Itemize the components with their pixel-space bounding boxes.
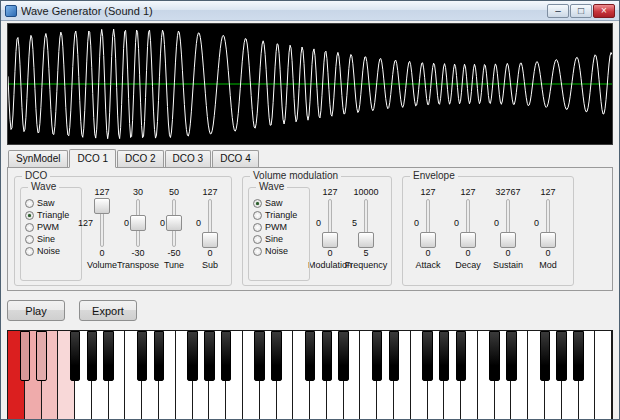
- slider-min-label: 0: [505, 248, 510, 259]
- slider-value: 0: [494, 218, 499, 228]
- black-key[interactable]: [20, 331, 30, 381]
- dco-group: DCO Wave SawTrianglePWMSineNoise 1271270…: [14, 176, 232, 286]
- slider-max-label: 127: [540, 187, 555, 198]
- slider-handle[interactable]: [420, 232, 436, 248]
- radio-button-icon: [25, 211, 34, 220]
- dco-radio-sine[interactable]: Sine: [25, 234, 77, 244]
- black-key[interactable]: [271, 331, 281, 381]
- slider-name-label: Sustain: [493, 260, 523, 270]
- slider-handle[interactable]: [358, 232, 374, 248]
- vm-radio-sine[interactable]: Sine: [253, 234, 305, 244]
- env-slider-mod: 12700Mod: [528, 187, 568, 270]
- app-icon: [5, 5, 17, 17]
- slider-name-label: Sub: [202, 260, 218, 270]
- dco1-tab-page: DCO Wave SawTrianglePWMSineNoise 1271270…: [7, 167, 613, 291]
- radio-label: Saw: [265, 198, 283, 208]
- black-key[interactable]: [204, 331, 214, 381]
- slider-handle[interactable]: [540, 232, 556, 248]
- play-button[interactable]: Play: [7, 300, 65, 321]
- black-key[interactable]: [456, 331, 466, 381]
- vm-radio-saw[interactable]: Saw: [253, 198, 305, 208]
- slider-value: 0: [196, 218, 201, 228]
- tab-synmodel[interactable]: SynModel: [8, 150, 68, 167]
- minimize-button[interactable]: –: [547, 4, 569, 18]
- black-key[interactable]: [439, 331, 449, 381]
- export-button[interactable]: Export: [79, 300, 137, 321]
- slider-min-label: -30: [131, 248, 144, 259]
- slider-track[interactable]: 0: [322, 198, 338, 248]
- titlebar[interactable]: Wave Generator (Sound 1) – □ ×: [1, 1, 619, 21]
- black-key[interactable]: [389, 331, 399, 381]
- vm-radio-triangle[interactable]: Triangle: [253, 210, 305, 220]
- black-key[interactable]: [338, 331, 348, 381]
- black-key[interactable]: [137, 331, 147, 381]
- black-key[interactable]: [322, 331, 332, 381]
- slider-name-label: Frequency: [345, 260, 388, 270]
- dco-radio-pwm[interactable]: PWM: [25, 222, 77, 232]
- slider-handle[interactable]: [460, 232, 476, 248]
- oscilloscope-display: [7, 23, 613, 145]
- black-key[interactable]: [556, 331, 566, 381]
- radio-label: Sine: [37, 234, 55, 244]
- slider-track[interactable]: 0: [130, 198, 146, 248]
- radio-label: Noise: [37, 246, 60, 256]
- tab-dco-4[interactable]: DCO 4: [212, 150, 259, 167]
- slider-name-label: Transpose: [117, 260, 159, 270]
- slider-handle[interactable]: [322, 232, 338, 248]
- black-key[interactable]: [103, 331, 113, 381]
- black-key[interactable]: [540, 331, 550, 381]
- dco-wave-group: Wave SawTrianglePWMSineNoise: [20, 187, 82, 281]
- slider-track[interactable]: 0: [202, 198, 218, 248]
- tab-dco-3[interactable]: DCO 3: [165, 150, 212, 167]
- radio-label: PWM: [265, 222, 287, 232]
- slider-track[interactable]: 5: [358, 198, 374, 248]
- dco-radio-saw[interactable]: Saw: [25, 198, 77, 208]
- vm-slider-frequency: 1000055Frequency: [348, 187, 384, 270]
- slider-handle[interactable]: [202, 232, 218, 248]
- dco-radio-triangle[interactable]: Triangle: [25, 210, 77, 220]
- slider-track[interactable]: 0: [540, 198, 556, 248]
- vm-radio-pwm[interactable]: PWM: [253, 222, 305, 232]
- slider-name-label: Decay: [455, 260, 481, 270]
- radio-label: Triangle: [37, 210, 69, 220]
- black-key[interactable]: [573, 331, 583, 381]
- black-key[interactable]: [70, 331, 80, 381]
- radio-label: Sine: [265, 234, 283, 244]
- black-key[interactable]: [506, 331, 516, 381]
- black-key[interactable]: [87, 331, 97, 381]
- slider-handle[interactable]: [94, 198, 110, 214]
- black-key[interactable]: [489, 331, 499, 381]
- black-key[interactable]: [187, 331, 197, 381]
- black-key[interactable]: [154, 331, 164, 381]
- black-key[interactable]: [372, 331, 382, 381]
- tab-dco-1[interactable]: DCO 1: [69, 149, 116, 168]
- env-slider-decay: 12700Decay: [448, 187, 488, 270]
- close-button[interactable]: ×: [593, 4, 615, 18]
- tab-dco-2[interactable]: DCO 2: [117, 150, 164, 167]
- dco-wave-group-title: Wave: [28, 181, 59, 192]
- black-key[interactable]: [422, 331, 432, 381]
- slider-track[interactable]: 0: [460, 198, 476, 248]
- vm-radio-noise[interactable]: Noise: [253, 246, 305, 256]
- slider-handle[interactable]: [166, 215, 182, 231]
- slider-track[interactable]: 0: [420, 198, 436, 248]
- maximize-button[interactable]: □: [570, 4, 592, 18]
- slider-track[interactable]: 0: [500, 198, 516, 248]
- slider-track[interactable]: 127: [94, 198, 110, 248]
- dco-radio-noise[interactable]: Noise: [25, 246, 77, 256]
- black-key[interactable]: [221, 331, 231, 381]
- piano-keyboard[interactable]: [7, 330, 613, 420]
- white-key[interactable]: [595, 331, 612, 420]
- dco-slider-tune: 500-50Tune: [156, 187, 192, 270]
- black-key[interactable]: [36, 331, 46, 381]
- black-key[interactable]: [254, 331, 264, 381]
- envelope-group: Envelope 12700Attack12700Decay3276700Sus…: [402, 176, 574, 286]
- slider-handle[interactable]: [130, 215, 146, 231]
- slider-track[interactable]: 0: [166, 198, 182, 248]
- vm-slider-modulation: 12700Modulation: [312, 187, 348, 270]
- radio-button-icon: [25, 199, 34, 208]
- black-key[interactable]: [305, 331, 315, 381]
- slider-handle[interactable]: [500, 232, 516, 248]
- dco-slider-volume: 1271270Volume: [84, 187, 120, 270]
- radio-button-icon: [25, 247, 34, 256]
